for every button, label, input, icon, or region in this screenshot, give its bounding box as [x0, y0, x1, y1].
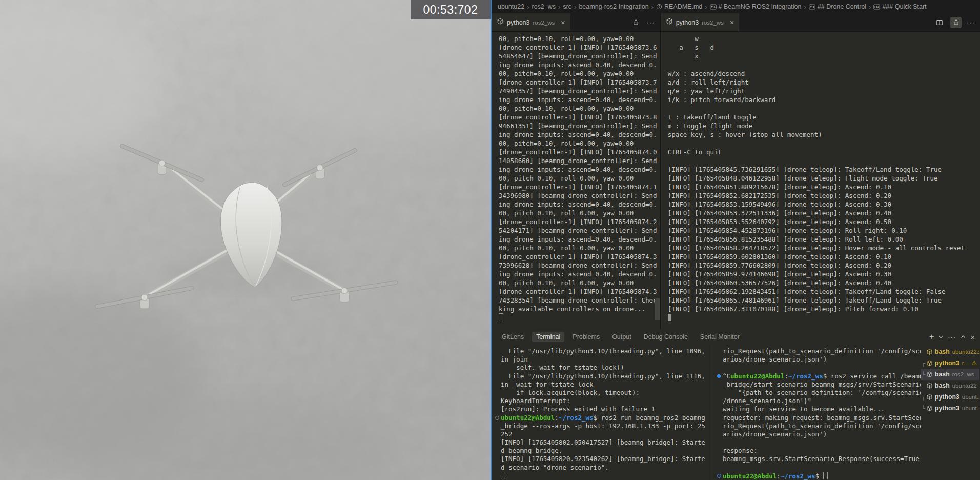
terminal-line: 54854647] [beamng_drone_controller]: Sen…: [497, 52, 660, 61]
breadcrumb-item[interactable]: README.md: [656, 3, 702, 10]
tab-python3-ros2ws-right[interactable]: python3 ros2_ws ×: [661, 13, 740, 31]
command-decoration-icon[interactable]: [717, 474, 721, 478]
terminal-line: [INFO] [1765405867.311070188] [drone_tel…: [666, 305, 980, 313]
terminal-list-item[interactable]: bashubuntu22⚠: [921, 346, 979, 357]
terminal-line: x: [666, 52, 980, 61]
terminal-cursor: [668, 314, 671, 321]
chevron-down-icon[interactable]: [938, 332, 943, 342]
terminal-profile-icon: [926, 360, 933, 367]
terminal-line: ubuntu22@Abdul:~/ros2_ws$ ros2 run beamn…: [497, 414, 713, 422]
editor-group-right-tabs: python3 ros2_ws × ···: [661, 13, 980, 31]
terminal-line: _bridge --ros-args -p host:=192.168.1.13…: [497, 422, 713, 430]
terminal-line: [INFO] [1765405859.776602809] [drone_tel…: [666, 261, 980, 270]
terminal-profile-icon: [926, 394, 933, 401]
panel-tab-gitlens[interactable]: GitLens: [498, 332, 528, 342]
terminal-pane-left[interactable]: File "/usr/lib/python3.10/threading.py",…: [492, 345, 713, 480]
terminal-line: self._wait_for_tstate_lock(): [497, 364, 713, 372]
breadcrumb-item[interactable]: ## Drone Control: [809, 3, 866, 10]
maximize-panel-icon[interactable]: [961, 332, 966, 342]
terminal-line: 00, pitch=0.10, roll=0.00, yaw=0.00: [497, 69, 660, 78]
tab-label: python3: [507, 19, 529, 26]
terminal-line: [497, 472, 713, 480]
terminal-line: ing drone inputs: ascend=0.40, descend=0…: [497, 270, 660, 278]
split-editor-icon[interactable]: [934, 17, 945, 28]
terminal-line: KeyboardInterrupt:: [497, 397, 713, 405]
editor-group-left-tabs: python3 ros2_ws × ···: [492, 13, 661, 31]
breadcrumb-separator: ›: [804, 3, 806, 11]
terminal-cursor: [499, 313, 503, 321]
scrollbar[interactable]: [655, 298, 660, 320]
breadcrumb-item[interactable]: ros2_ws: [532, 3, 556, 10]
terminal-line: [666, 61, 980, 69]
terminal-list: bashubuntu22⚠┌python3r...⚠└bashros2_wsba…: [921, 345, 979, 480]
terminal-line: in _wait_for_tstate_lock: [497, 381, 713, 389]
terminal-line: d beamng_bridge.: [497, 447, 713, 455]
breadcrumb-item[interactable]: src: [563, 3, 571, 10]
terminal-line: [INFO] [1765405856.815235488] [drone_tel…: [666, 235, 980, 244]
lock-icon[interactable]: [950, 17, 962, 28]
terminal-line: [INFO] [1765405862.192843451] [drone_tel…: [666, 287, 980, 296]
breadcrumb-item[interactable]: # BeamNG ROS2 Integration: [710, 3, 802, 10]
terminal-list-item[interactable]: ┌python3r...⚠: [921, 357, 979, 369]
terminal-line: ing drone inputs: ascend=0.40, descend=0…: [497, 200, 660, 209]
new-terminal-icon[interactable]: +: [929, 332, 934, 342]
panel-tab-bar: GitLensTerminalProblemsOutputDebug Conso…: [492, 329, 980, 345]
terminal-list-item[interactable]: bashubuntu22: [921, 380, 979, 391]
panel-tab-serial-monitor[interactable]: Serial Monitor: [696, 332, 744, 342]
markdown-icon: [809, 4, 815, 10]
more-actions-icon[interactable]: ···: [948, 333, 956, 341]
breadcrumb-separator: ›: [574, 3, 576, 11]
close-panel-icon[interactable]: ×: [970, 333, 975, 342]
breadcrumb-item[interactable]: ### Quick Start: [873, 3, 926, 10]
terminal-profile-icon: [666, 18, 673, 27]
terminal-line: "{path_to_scenario_definition: '/config/…: [719, 389, 921, 397]
terminal-list-item[interactable]: ┌python3ubunt...: [921, 391, 979, 403]
terminal-line: [drone_controller-1] [INFO] [1765405873.…: [497, 78, 660, 87]
tab-python3-ros2ws-left[interactable]: python3 ros2_ws ×: [492, 13, 570, 31]
more-actions-icon[interactable]: ···: [647, 18, 655, 26]
terminal-line: [INFO] [1765405860.536577526] [drone_tel…: [666, 278, 980, 287]
terminal-editor-left[interactable]: 00, pitch=0.10, roll=0.00, yaw=0.00[dron…: [492, 32, 661, 329]
breadcrumb-separator: ›: [869, 3, 871, 11]
terminal-line: space key, s : hover (stop all movement): [666, 130, 980, 139]
terminal-list-item[interactable]: └bashros2_ws: [921, 369, 979, 380]
breadcrumb-item[interactable]: beamng-ros2-integration: [579, 3, 648, 10]
terminal-line: [INFO] [1765405865.748146961] [drone_tel…: [666, 296, 980, 305]
terminal-line: [719, 438, 921, 447]
panel-tab-terminal[interactable]: Terminal: [532, 332, 564, 342]
terminal-line: response:: [719, 447, 921, 455]
terminal-profile-icon: [497, 18, 504, 27]
terminal-pane-right[interactable]: rio_Request(path_to_scenario_definition=…: [713, 345, 921, 480]
close-icon[interactable]: ×: [730, 18, 734, 27]
terminal-line: 00, pitch=0.10, roll=0.00, yaw=0.00: [497, 34, 660, 43]
terminal-editor-right[interactable]: w a s d xw/x : ascend/descenda/d : roll …: [661, 32, 980, 329]
terminal-line: ing drone inputs: ascend=0.40, descend=0…: [497, 130, 660, 139]
terminal-line: arios/drone_scenario.json'): [719, 355, 921, 364]
panel-tab-debug-console[interactable]: Debug Console: [640, 332, 692, 342]
terminal-line: [INFO] [1765405858.264718572] [drone_tel…: [666, 244, 980, 252]
terminal-line: ing drone inputs: ascend=0.40, descend=0…: [497, 235, 660, 244]
panel-tab-output[interactable]: Output: [608, 332, 636, 342]
terminal-line: requester: making request: beamng_msgs.s…: [719, 414, 921, 422]
terminal-cursor: [823, 472, 828, 479]
terminal-profile-icon: [926, 349, 933, 355]
beamng-3d-viewport[interactable]: 00:53:702: [0, 0, 491, 480]
terminal-line: [drone_controller-1] [INFO] [1765405873.…: [497, 43, 660, 52]
terminal-line: king available controllers on drone...: [497, 305, 660, 313]
close-icon[interactable]: ×: [561, 18, 565, 27]
terminal-line: [INFO] [1765405820.923540262] [beamng_br…: [497, 455, 713, 463]
terminal-line: [719, 464, 921, 472]
breadcrumb-item[interactable]: ubuntu22: [498, 3, 524, 10]
panel-tab-problems[interactable]: Problems: [568, 332, 604, 342]
editor-tab-bars: python3 ros2_ws × ··· python3 ros2_ws ×: [492, 13, 980, 32]
terminal-line: [497, 313, 660, 322]
breadcrumb-separator: ›: [558, 3, 560, 11]
panel-actions: + ··· ×: [929, 329, 975, 345]
command-decoration-icon[interactable]: [717, 374, 721, 378]
lock-icon[interactable]: [630, 17, 642, 28]
terminal-list-item[interactable]: └python3ubunt...: [921, 403, 979, 414]
terminal-line: 34396980] [beamng_drone_controller]: Sen…: [497, 191, 660, 200]
more-actions-icon[interactable]: ···: [967, 18, 975, 26]
terminal-line: [INFO] [1765405853.552640792] [drone_tel…: [666, 217, 980, 226]
command-decoration-icon[interactable]: [495, 416, 499, 420]
